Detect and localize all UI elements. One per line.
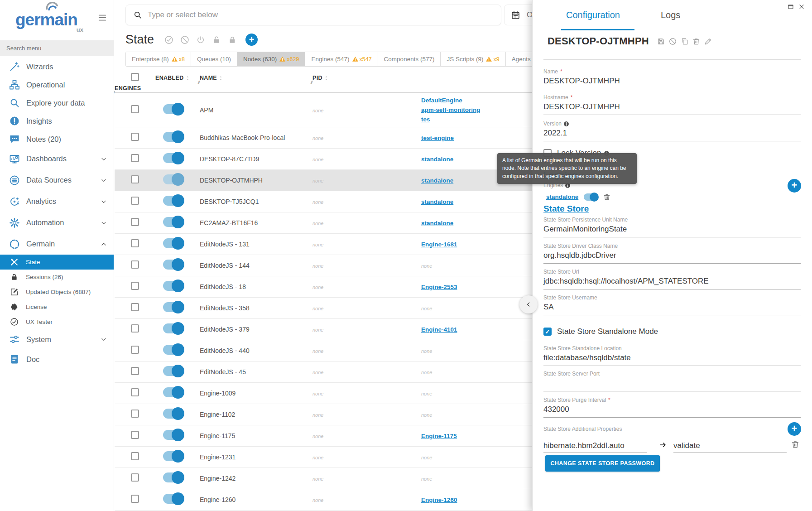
- edit-icon[interactable]: [704, 38, 712, 45]
- sidebar-item-state[interactable]: State: [0, 255, 114, 270]
- row-checkbox[interactable]: [131, 218, 139, 226]
- column-resize-handle[interactable]: //: [311, 80, 312, 85]
- enabled-toggle[interactable]: [163, 132, 183, 142]
- row-checkbox[interactable]: [131, 346, 139, 354]
- purge-interval-value[interactable]: 432000: [543, 405, 801, 415]
- change-password-button[interactable]: CHANGE STATE STORE PASSWORD: [545, 455, 660, 472]
- sidebar-item-germain[interactable]: Germain: [0, 233, 114, 255]
- add-engine-button[interactable]: +: [788, 179, 801, 193]
- column-header-enabled[interactable]: ENABLED: [155, 75, 197, 81]
- server-port-value[interactable]: [543, 378, 801, 388]
- enabled-toggle[interactable]: [163, 494, 183, 504]
- main-search-bar[interactable]: [125, 5, 501, 25]
- column-header-pid[interactable]: PID //: [312, 75, 421, 81]
- enabled-toggle[interactable]: [163, 387, 183, 397]
- enabled-toggle[interactable]: [163, 153, 183, 163]
- trash-icon[interactable]: [603, 193, 610, 201]
- row-checkbox[interactable]: [131, 239, 139, 247]
- sidebar-item-explore-your-data[interactable]: Explore your data: [0, 94, 114, 112]
- row-checkbox[interactable]: [131, 260, 139, 269]
- enabled-toggle[interactable]: [163, 409, 183, 419]
- sidebar-item-license[interactable]: License: [0, 299, 114, 314]
- enabled-toggle[interactable]: [163, 217, 183, 227]
- main-search-input[interactable]: [148, 10, 494, 19]
- column-header-name[interactable]: NAME //: [200, 75, 312, 81]
- row-checkbox[interactable]: [131, 133, 139, 141]
- enabled-toggle[interactable]: [163, 260, 183, 270]
- close-icon[interactable]: [798, 4, 805, 10]
- save-icon[interactable]: [657, 38, 665, 45]
- row-checkbox[interactable]: [131, 197, 139, 205]
- sort-icon[interactable]: [323, 75, 329, 81]
- sidebar-item-doc[interactable]: Doc: [0, 349, 114, 369]
- row-checkbox[interactable]: [131, 105, 139, 113]
- row-checkbox[interactable]: [131, 324, 139, 333]
- tab-logs[interactable]: Logs: [661, 10, 680, 20]
- enabled-toggle[interactable]: [163, 345, 183, 355]
- sidebar-item-operational[interactable]: Operational: [0, 76, 114, 94]
- sort-icon[interactable]: [185, 75, 191, 81]
- row-checkbox[interactable]: [131, 303, 139, 311]
- enabled-toggle[interactable]: [163, 451, 183, 461]
- property-value-input[interactable]: [673, 439, 787, 453]
- tab-nodes-630[interactable]: Nodes (630)x629: [237, 52, 305, 66]
- sidebar-item-analytics[interactable]: Analytics: [0, 191, 114, 212]
- sidebar-item-sessions-26[interactable]: Sessions (26): [0, 270, 114, 284]
- enabled-toggle[interactable]: [163, 472, 183, 482]
- state-store-link[interactable]: State Store: [543, 204, 589, 214]
- row-checkbox[interactable]: [131, 410, 139, 418]
- enabled-toggle[interactable]: [163, 104, 183, 114]
- sidebar-item-system[interactable]: System: [0, 329, 114, 349]
- state-store-url-value[interactable]: jdbc:hsqldb:hsql://localhost/APM_STATEST…: [543, 276, 801, 286]
- enabled-toggle[interactable]: [163, 366, 183, 376]
- copy-icon[interactable]: [681, 38, 688, 45]
- panel-collapse-button[interactable]: [519, 295, 538, 313]
- tab-js-scripts-9[interactable]: JS Scripts (9)x9: [441, 52, 505, 66]
- ban-icon[interactable]: [669, 38, 677, 45]
- persistence-unit-value[interactable]: GermainMonitoringState: [543, 224, 801, 234]
- sidebar-item-wizards[interactable]: Wizards: [0, 58, 114, 76]
- engine-toggle[interactable]: [584, 193, 598, 201]
- row-checkbox[interactable]: [131, 495, 139, 503]
- tab-engines-547[interactable]: Engines (547)x547: [305, 52, 378, 66]
- enabled-toggle[interactable]: [163, 302, 183, 312]
- enabled-toggle[interactable]: [163, 174, 183, 184]
- sidebar-item-updated-objects-6887[interactable]: Updated Objects (6887): [0, 284, 114, 299]
- username-value[interactable]: SA: [543, 302, 801, 312]
- tab-queues-10[interactable]: Queues (10): [191, 52, 237, 66]
- enabled-toggle[interactable]: [163, 430, 183, 440]
- engine-link[interactable]: standalone: [546, 192, 578, 202]
- sidebar-item-notes-20[interactable]: Notes (20): [0, 130, 114, 148]
- column-resize-handle[interactable]: //: [198, 80, 199, 85]
- column-header-engines[interactable]: ENGINES //: [115, 85, 143, 92]
- driver-class-value[interactable]: org.hsqldb.jdbcDriver: [543, 251, 801, 260]
- row-checkbox[interactable]: [131, 282, 139, 290]
- select-all-checkbox[interactable]: [131, 73, 139, 81]
- sidebar-item-insights[interactable]: Insights: [0, 112, 114, 130]
- enabled-toggle[interactable]: [163, 238, 183, 248]
- row-checkbox[interactable]: [131, 175, 139, 183]
- sidebar-item-automation[interactable]: Automation: [0, 212, 114, 233]
- enabled-toggle[interactable]: [163, 196, 183, 206]
- unlock-icon[interactable]: [212, 35, 221, 44]
- row-checkbox[interactable]: [131, 154, 139, 162]
- trash-icon[interactable]: [791, 440, 799, 448]
- check-circle-icon[interactable]: [164, 35, 173, 44]
- sort-icon[interactable]: [218, 75, 224, 81]
- name-value[interactable]: DESKTOP-OJTMHPH: [543, 76, 801, 86]
- version-value[interactable]: 2022.1: [543, 128, 801, 138]
- hamburger-icon[interactable]: [97, 13, 107, 23]
- add-property-button[interactable]: +: [788, 422, 801, 436]
- power-icon[interactable]: [196, 35, 205, 44]
- row-checkbox[interactable]: [131, 473, 139, 482]
- row-checkbox[interactable]: [131, 388, 139, 396]
- hostname-value[interactable]: DESKTOP-OJTMHPH: [543, 102, 801, 112]
- row-checkbox[interactable]: [131, 431, 139, 439]
- row-checkbox[interactable]: [131, 367, 139, 375]
- tab-enterprise-8[interactable]: Enterprise (8)x8: [126, 52, 191, 66]
- sidebar-item-ux-tester[interactable]: UX Tester: [0, 314, 114, 329]
- enabled-toggle[interactable]: [163, 281, 183, 291]
- add-node-button[interactable]: +: [245, 34, 258, 46]
- standalone-location-value[interactable]: file:database/hsqldb/state: [543, 353, 801, 363]
- property-key-input[interactable]: [543, 439, 647, 453]
